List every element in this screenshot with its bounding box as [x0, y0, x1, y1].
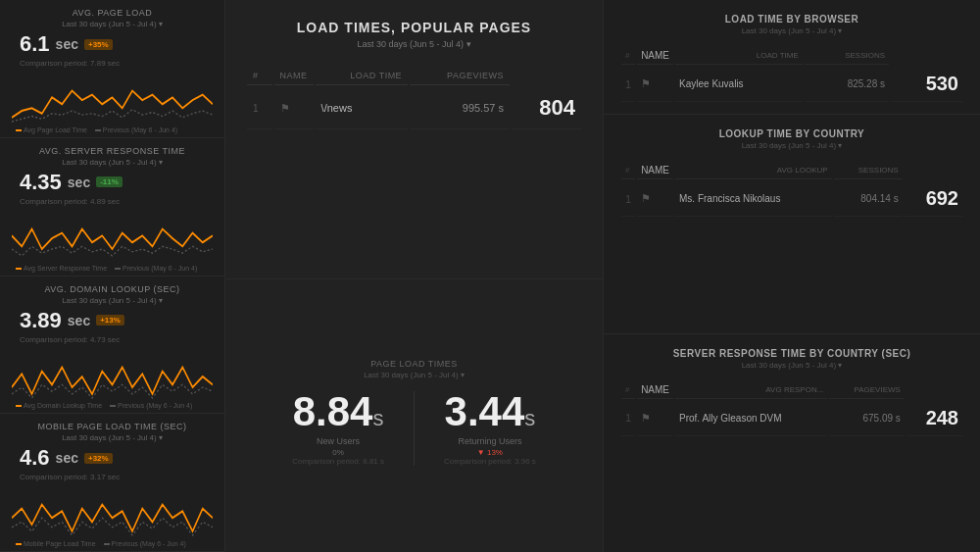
avg-server-response-unit: sec: [68, 175, 90, 190]
row-icon: ⚑: [274, 87, 314, 129]
row-sessions: 530: [891, 67, 962, 102]
col-hash: #: [621, 47, 635, 65]
row-num: 1: [621, 181, 635, 217]
row-icon: ⚑: [637, 67, 673, 102]
dashboard: AVG. PAGE LOAD Last 30 days (Jun 5 - Jul…: [0, 0, 980, 552]
mobile-page-load-title: MOBILE PAGE LOAD TIME (SEC): [12, 422, 213, 431]
popular-pages-subtitle: Last 30 days (Jun 5 - Jul 4) ▾: [245, 39, 583, 49]
col-pageviews: PAGEVIEWS: [829, 381, 905, 399]
row-avg-lookup: 804.14 s: [834, 181, 903, 217]
avg-domain-lookup-comparison: Comparison period: 4.73 sec: [12, 335, 213, 344]
row-avg-response: 675.09 s: [829, 401, 905, 436]
avg-server-response-value: 4.35: [20, 170, 62, 195]
col-load-time: LOAD TIME: [316, 67, 409, 85]
table-row: 1 ⚑ Kaylee Kuvalis 825.28 s 530: [621, 67, 962, 102]
col-sessions: SESSIONS: [834, 162, 903, 179]
page-load-times-section: PAGE LOAD TIMES Last 30 days (Jun 5 - Ju…: [225, 279, 603, 552]
new-users-value: 8.84s: [292, 391, 384, 432]
mobile-page-load-comparison: Comparison period: 3.17 sec: [12, 473, 213, 481]
row-pageviews: 248: [906, 401, 962, 436]
popular-pages-title: LOAD TIMES, POPULAR PAGES: [245, 20, 583, 35]
new-users-comparison: Comparison period: 8.81 s: [292, 457, 384, 466]
server-country-section: SERVER RESPONSE TIME BY COUNTRY (SEC) La…: [604, 334, 980, 553]
popular-pages-table: # NAME LOAD TIME PAGEVIEWS 1 ⚑ \/news 99…: [245, 65, 583, 131]
avg-domain-lookup-legend: Avg Domain Lookup Time Previous (May 6 -…: [12, 402, 213, 409]
row-icon: ⚑: [637, 401, 673, 436]
country-lookup-section: LOOKUP TIME BY COUNTRY Last 30 days (Jun…: [604, 115, 980, 334]
avg-domain-lookup-unit: sec: [68, 313, 90, 328]
row-sessions: 692: [905, 181, 962, 217]
row-pageviews: 804: [512, 87, 581, 129]
col-sessions: SESSIONS: [805, 47, 889, 65]
row-load-time: 825.28 s: [805, 67, 889, 102]
avg-domain-lookup-card: AVG. DOMAIN LOOKUP (SEC) Last 30 days (J…: [0, 276, 224, 415]
row-name: Ms. Francisca Nikolaus: [675, 181, 832, 217]
col-hash: #: [621, 162, 635, 179]
browser-table: # NAME LOAD TIME SESSIONS 1 ⚑ Kaylee Kuv…: [619, 45, 964, 104]
country-lookup-subtitle: Last 30 days (Jun 5 - Jul 4) ▾: [619, 141, 964, 150]
returning-users-value: 3.44s: [444, 391, 536, 432]
row-num: 1: [621, 67, 635, 102]
avg-server-response-badge: -11%: [96, 176, 122, 187]
row-load-time: 995.57 s: [410, 87, 510, 129]
country-lookup-title: LOOKUP TIME BY COUNTRY: [619, 128, 964, 139]
mobile-page-load-chart: [12, 484, 213, 538]
avg-domain-lookup-subtitle: Last 30 days (Jun 5 - Jul 4) ▾: [12, 296, 213, 305]
avg-server-response-comparison: Comparison period: 4.89 sec: [12, 197, 213, 206]
returning-users-change: ▼ 13%: [444, 448, 536, 457]
col-load-time: LOAD TIME: [675, 47, 803, 65]
avg-domain-lookup-title: AVG. DOMAIN LOOKUP (SEC): [12, 284, 213, 294]
col-avg-lookup: AVG LOOKUP: [675, 162, 832, 179]
row-name: Kaylee Kuvalis: [675, 67, 803, 102]
avg-page-load-subtitle: Last 30 days (Jun 5 - Jul 4) ▾: [12, 20, 213, 28]
new-users-label: New Users: [292, 436, 384, 446]
left-column: AVG. PAGE LOAD Last 30 days (Jun 5 - Jul…: [0, 0, 225, 552]
avg-server-response-subtitle: Last 30 days (Jun 5 - Jul 4) ▾: [12, 158, 213, 167]
row-num: 1: [621, 401, 635, 436]
browser-title: LOAD TIME BY BROWSER: [619, 14, 964, 25]
page-load-title: PAGE LOAD TIMES: [370, 359, 458, 369]
avg-page-load-chart: [12, 71, 213, 125]
col-num: #: [247, 67, 272, 85]
mobile-page-load-unit: sec: [56, 450, 78, 466]
mobile-page-load-value: 4.6: [20, 445, 50, 471]
browser-section: LOAD TIME BY BROWSER Last 30 days (Jun 5…: [604, 0, 980, 115]
row-icon: ⚑: [637, 181, 673, 217]
returning-users-metric: 3.44s Returning Users ▼ 13% Comparison p…: [444, 391, 536, 466]
col-name: NAME: [637, 47, 673, 65]
server-country-subtitle: Last 30 days (Jun 5 - Jul 4) ▾: [619, 361, 964, 370]
row-name: \/news: [316, 87, 409, 129]
avg-page-load-title: AVG. PAGE LOAD: [12, 8, 213, 18]
avg-domain-lookup-value: 3.89: [20, 308, 62, 333]
avg-page-load-badge: +35%: [84, 39, 113, 50]
col-name: NAME: [637, 381, 673, 399]
server-country-table: # NAME AVG RESPON... PAGEVIEWS 1 ⚑ Prof.…: [619, 379, 964, 438]
country-lookup-table: # NAME AVG LOOKUP SESSIONS 1 ⚑ Ms. Franc…: [619, 160, 964, 219]
returning-users-comparison: Comparison period: 3.96 s: [444, 457, 536, 466]
avg-domain-lookup-badge: +13%: [96, 315, 124, 326]
values-divider: [414, 391, 415, 466]
avg-server-response-title: AVG. SERVER RESPONSE TIME: [12, 146, 213, 156]
avg-page-load-value: 6.1: [20, 31, 50, 57]
browser-subtitle: Last 30 days (Jun 5 - Jul 4) ▾: [619, 26, 964, 35]
avg-page-load-unit: sec: [56, 36, 78, 52]
mobile-page-load-card: MOBILE PAGE LOAD TIME (SEC) Last 30 days…: [0, 414, 224, 552]
mobile-page-load-subtitle: Last 30 days (Jun 5 - Jul 4) ▾: [12, 433, 213, 442]
col-pageviews: PAGEVIEWS: [410, 67, 510, 85]
middle-column: LOAD TIMES, POPULAR PAGES Last 30 days (…: [225, 0, 603, 552]
col-avg-response: AVG RESPON...: [675, 381, 827, 399]
server-country-title: SERVER RESPONSE TIME BY COUNTRY (SEC): [619, 348, 964, 359]
avg-server-response-card: AVG. SERVER RESPONSE TIME Last 30 days (…: [0, 138, 224, 276]
col-name: NAME: [637, 162, 673, 179]
page-load-values: 8.84s New Users 0% Comparison period: 8.…: [292, 391, 536, 466]
table-row: 1 ⚑ Prof. Ally Gleason DVM 675.09 s 248: [621, 401, 962, 436]
table-row: 1 ⚑ Ms. Francisca Nikolaus 804.14 s 692: [621, 181, 962, 217]
avg-page-load-comparison: Comparison period: 7.89 sec: [12, 59, 213, 68]
col-name: NAME: [274, 67, 314, 85]
mobile-page-load-badge: +32%: [84, 453, 113, 464]
avg-server-response-legend: Avg Server Response Time Previous (May 6…: [12, 265, 213, 272]
returning-users-label: Returning Users: [444, 436, 536, 446]
avg-page-load-legend: Avg Page Load Time Previous (May 6 - Jun…: [12, 126, 213, 133]
new-users-metric: 8.84s New Users 0% Comparison period: 8.…: [292, 391, 384, 466]
avg-server-response-chart: [12, 209, 213, 263]
